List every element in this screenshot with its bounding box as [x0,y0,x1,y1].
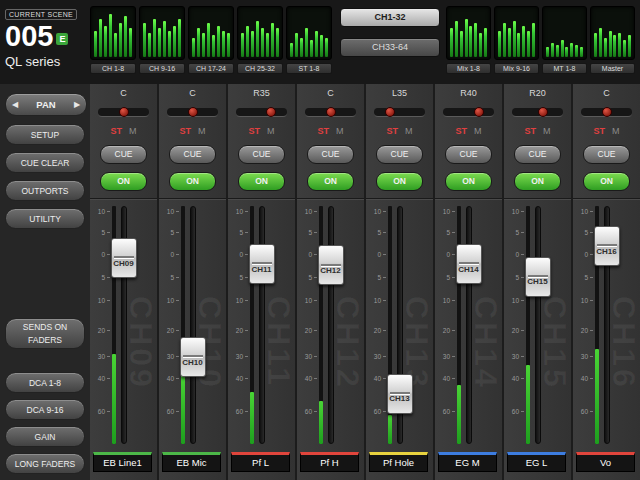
sidebar-button-gain[interactable]: GAIN [5,426,85,447]
channel-watermark: CH12 [329,296,366,390]
channel-name[interactable]: Pf H [300,452,359,472]
channel-name[interactable]: EG M [438,452,497,472]
fader-scale-tick [383,232,386,233]
channel-name[interactable]: Vo [576,452,635,472]
fader-handle[interactable]: CH10 [180,337,206,377]
sidebar-button-dca-9-16[interactable]: DCA 9-16 [5,399,85,420]
on-button[interactable]: ON [376,172,423,191]
sidebar-button-utility[interactable]: UTILITY [5,208,85,229]
on-button[interactable]: ON [445,172,492,191]
pan-knob-icon[interactable] [266,107,276,117]
meter-block-mt-1-8[interactable]: MT 1-8 [542,6,587,74]
cue-button[interactable]: CUE [583,145,630,164]
meter-block-ch-1-8[interactable]: CH 1-8 [90,6,136,74]
sidebar-button-setup[interactable]: SETUP [5,124,85,145]
pan-knob-icon[interactable] [602,107,612,117]
fader-handle[interactable]: CH15 [525,257,551,297]
scene-display[interactable]: CURRENT SCENE 005E QL series [5,3,89,69]
meter-display [446,6,491,60]
bank-button-ch1-32[interactable]: CH1-32 [340,8,440,27]
fader-scale-label: 5 [228,273,243,280]
channel-name[interactable]: EB Line1 [93,452,152,472]
cue-button[interactable]: CUE [100,145,147,164]
on-button[interactable]: ON [583,172,630,191]
pan-value: C [90,88,157,98]
channel-name[interactable]: Pf L [231,452,290,472]
pan-slider[interactable] [236,108,287,117]
meter-block-ch-9-16[interactable]: CH 9-16 [139,6,185,74]
meter-bar [609,31,612,57]
meter-bar [498,31,501,57]
meter-block-mix-1-8[interactable]: Mix 1-8 [446,6,491,74]
on-button[interactable]: ON [100,172,147,191]
fader-scale-tick [452,232,455,233]
cue-button[interactable]: CUE [445,145,492,164]
pan-slider[interactable] [374,108,425,117]
pan-slider[interactable] [98,108,149,117]
meter-block-st-1-8[interactable]: ST 1-8 [286,6,332,74]
channel-name[interactable]: EG L [507,452,566,472]
fader-scale-tick [590,300,593,301]
pan-knob-icon[interactable] [385,107,395,117]
meter-block-ch-17-24[interactable]: CH 17-24 [188,6,234,74]
pan-slider[interactable] [581,108,632,117]
meter-bar [192,38,195,57]
pan-slider[interactable] [167,108,218,117]
fader-scale-tick [452,254,455,255]
fader-scale-label: 40 [366,375,381,382]
pan-knob-icon[interactable] [474,107,484,117]
pan-knob-icon[interactable] [538,107,548,117]
fader-scale-tick [176,378,179,379]
fader-scale-tick [383,211,386,212]
fader-scale-tick [452,211,455,212]
cue-button[interactable]: CUE [376,145,423,164]
strip-divider [297,198,364,200]
mono-indicator: M [129,126,137,136]
fader-handle[interactable]: CH13 [387,374,413,414]
channel-name[interactable]: Pf Hole [369,452,428,472]
pan-left-arrow-icon[interactable]: ◀ [6,100,24,109]
fader-scale-label: 30 [90,353,105,360]
cue-button[interactable]: CUE [169,145,216,164]
fader-handle[interactable]: CH11 [249,244,275,284]
pan-slider[interactable] [512,108,563,117]
cue-button[interactable]: CUE [514,145,561,164]
on-button[interactable]: ON [238,172,285,191]
mono-indicator: M [336,126,344,136]
pan-knob-icon[interactable] [188,107,198,117]
on-button[interactable]: ON [307,172,354,191]
fader-scale-tick [176,254,179,255]
sidebar-button-dca-1-8[interactable]: DCA 1-8 [5,372,85,393]
meter-block-master[interactable]: Master [590,6,635,74]
fader-handle[interactable]: CH12 [318,245,344,285]
fader-handle[interactable]: CH09 [111,238,137,278]
pan-right-arrow-icon[interactable]: ▶ [68,100,86,109]
channel-name[interactable]: EB Mic [162,452,221,472]
meter-bar [522,26,525,57]
on-button[interactable]: ON [514,172,561,191]
channel-strip-ch12: CSTMCUEON105051020304060CH12CH12Pf H [297,84,366,480]
pan-slider[interactable] [443,108,494,117]
pan-mode-control[interactable]: ◀ PAN ▶ [5,93,87,116]
fader-scale-tick [521,330,524,331]
meter-bar [202,33,205,57]
sidebar-button-cue-clear[interactable]: CUE CLEAR [5,152,85,173]
fader-scale-tick [452,277,455,278]
pan-knob-icon[interactable] [119,107,129,117]
fader-handle[interactable]: CH14 [456,244,482,284]
cue-button[interactable]: CUE [238,145,285,164]
sidebar-button-sends-on-faders[interactable]: SENDS ON FADERS [5,318,85,349]
sidebar-button-outports[interactable]: OUTPORTS [5,180,85,201]
fader-handle[interactable]: CH16 [594,226,620,266]
pan-knob-icon[interactable] [326,107,336,117]
fader-area: 105051020304060CH11CH11 [228,204,295,446]
on-button[interactable]: ON [169,172,216,191]
bank-button-ch33-64[interactable]: CH33-64 [340,38,440,57]
pan-slider[interactable] [305,108,356,117]
fader-scale-label: 5 [90,228,105,235]
sidebar-button-long-faders[interactable]: LONG FADERS [5,453,85,474]
fader-scale-label: 60 [90,407,105,414]
cue-button[interactable]: CUE [307,145,354,164]
meter-block-ch-25-32[interactable]: CH 25-32 [237,6,283,74]
meter-block-mix-9-16[interactable]: Mix 9-16 [494,6,539,74]
